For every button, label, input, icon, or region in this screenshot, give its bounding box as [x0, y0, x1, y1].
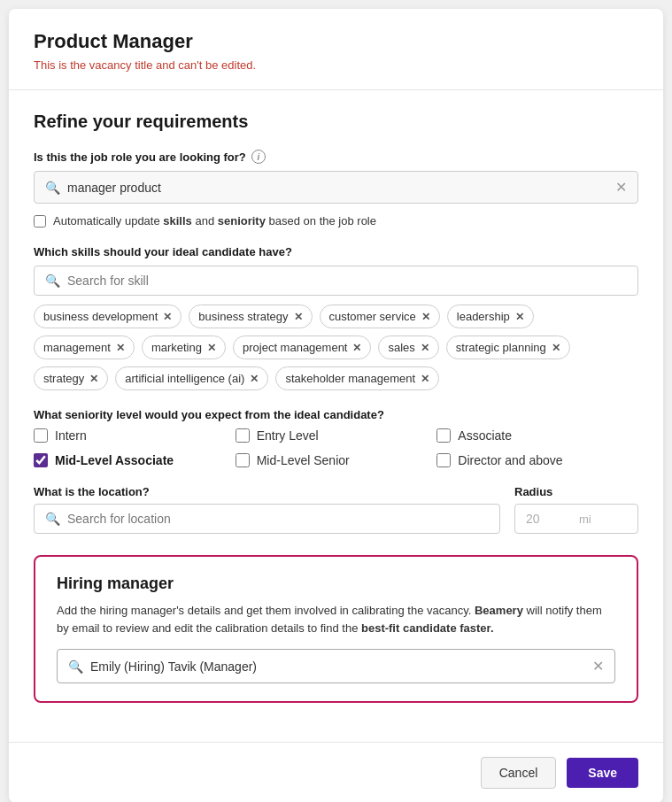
job-role-search-box[interactable]: 🔍 ✕: [34, 171, 638, 204]
skill-tag-label: sales: [388, 341, 414, 354]
job-role-search-icon: 🔍: [45, 181, 60, 195]
seniority-item: Intern: [34, 428, 236, 443]
skill-tag-remove[interactable]: ✕: [294, 311, 303, 323]
top-section: Product Manager This is the vacancy titl…: [9, 9, 663, 90]
skill-tag: stakeholder management✕: [275, 366, 439, 390]
skill-tag-remove[interactable]: ✕: [207, 342, 216, 354]
skill-tag: marketing✕: [142, 335, 226, 359]
seniority-item: Associate: [436, 428, 638, 443]
hiring-manager-section: Hiring manager Add the hiring manager's …: [34, 555, 638, 703]
location-field: What is the location? 🔍: [34, 485, 500, 534]
seniority-label-text: Intern: [55, 428, 87, 443]
seniority-item: Mid-Level Associate: [34, 453, 236, 467]
radius-unit: mi: [579, 513, 591, 526]
job-role-label: Is this the job role you are looking for…: [34, 150, 638, 164]
seniority-item: Director and above: [436, 453, 638, 467]
radius-field: Radius mi: [514, 485, 638, 534]
save-button[interactable]: Save: [567, 758, 638, 788]
skill-tag-label: strategy: [43, 372, 84, 385]
location-section: What is the location? 🔍 Radius mi: [34, 485, 638, 534]
skill-tag: strategic planning✕: [446, 335, 570, 359]
skill-tag-remove[interactable]: ✕: [515, 311, 524, 323]
hiring-clear-icon[interactable]: ✕: [592, 658, 604, 675]
skill-tag-label: business development: [43, 310, 158, 323]
skill-tag-label: customer service: [329, 310, 416, 323]
skill-tag: strategy✕: [34, 366, 108, 390]
location-search-box[interactable]: 🔍: [34, 504, 500, 534]
seniority-label-text: Associate: [458, 428, 512, 443]
seniority-checkbox[interactable]: [34, 453, 48, 467]
skill-tag: project management✕: [233, 335, 372, 359]
seniority-grid: Intern Entry Level Associate Mid-Level A…: [34, 428, 638, 467]
cancel-button[interactable]: Cancel: [481, 757, 557, 789]
seniority-checkbox[interactable]: [236, 453, 250, 467]
skill-tag-remove[interactable]: ✕: [421, 311, 430, 323]
skill-tag-remove[interactable]: ✕: [421, 342, 429, 354]
refine-title: Refine your requirements: [34, 112, 638, 132]
location-label: What is the location?: [34, 485, 500, 498]
seniority-section: What seniority level would you expect fr…: [34, 408, 638, 467]
radius-box[interactable]: mi: [514, 504, 638, 534]
skill-tag-remove[interactable]: ✕: [421, 373, 429, 385]
seniority-checkbox[interactable]: [34, 428, 48, 443]
main-section: Refine your requirements Is this the job…: [9, 90, 663, 742]
seniority-label-text: Entry Level: [257, 428, 319, 443]
seniority-item: Mid-Level Senior: [236, 453, 437, 467]
seniority-label-text: Mid-Level Senior: [257, 453, 350, 467]
job-role-input[interactable]: [67, 181, 615, 195]
skill-tag: leadership✕: [447, 305, 534, 328]
skill-search-input[interactable]: [67, 274, 627, 288]
hiring-manager-description: Add the hiring manager's details and get…: [57, 602, 615, 636]
auto-update-checkbox[interactable]: [34, 215, 46, 227]
skill-tag-label: stakeholder management: [285, 372, 415, 385]
skill-search-icon: 🔍: [45, 274, 60, 288]
seniority-item: Entry Level: [236, 428, 437, 443]
seniority-label-text: Mid-Level Associate: [55, 453, 174, 467]
skill-tag-label: business strategy: [198, 310, 288, 323]
seniority-label: What seniority level would you expect fr…: [34, 408, 638, 421]
radius-label: Radius: [514, 485, 638, 498]
radius-input[interactable]: [526, 512, 579, 526]
skill-tag-remove[interactable]: ✕: [552, 342, 560, 354]
skills-tags-container: business development✕business strategy✕c…: [34, 305, 638, 390]
skill-tag-remove[interactable]: ✕: [352, 342, 361, 354]
skill-tag-label: strategic planning: [456, 341, 546, 354]
hiring-search-icon: 🔍: [68, 659, 83, 674]
skill-tag-label: leadership: [457, 310, 510, 323]
vacancy-subtitle: This is the vacancy title and can't be e…: [34, 58, 638, 72]
auto-update-row: Automatically update skills and seniorit…: [34, 214, 638, 227]
skill-tag: business development✕: [34, 305, 182, 328]
hiring-manager-title: Hiring manager: [57, 575, 615, 593]
skill-tag-label: artificial intelligence (ai): [125, 372, 244, 385]
job-role-clear-icon[interactable]: ✕: [615, 179, 627, 196]
skill-tag: management✕: [34, 335, 135, 359]
skill-tag: sales✕: [378, 335, 438, 359]
page-wrapper: Product Manager This is the vacancy titl…: [9, 9, 663, 802]
skill-tag-remove[interactable]: ✕: [116, 342, 125, 354]
skill-tag: artificial intelligence (ai)✕: [115, 366, 268, 390]
location-search-icon: 🔍: [45, 512, 60, 526]
hiring-search-box[interactable]: 🔍 ✕: [57, 649, 615, 683]
vacancy-title: Product Manager: [34, 30, 638, 53]
seniority-label-text: Director and above: [458, 453, 562, 467]
skill-tag-label: project management: [243, 341, 348, 354]
skills-section: Which skills should your ideal candidate…: [34, 245, 638, 390]
seniority-checkbox[interactable]: [436, 453, 451, 467]
skill-tag-label: marketing: [151, 341, 202, 354]
location-input[interactable]: [67, 512, 489, 526]
skill-tag-remove[interactable]: ✕: [250, 373, 259, 385]
seniority-checkbox[interactable]: [436, 428, 451, 443]
footer-buttons: Cancel Save: [9, 742, 663, 802]
info-icon[interactable]: i: [251, 150, 266, 164]
skill-tag: customer service✕: [320, 305, 440, 328]
auto-update-label: Automatically update skills and seniorit…: [53, 214, 376, 227]
seniority-checkbox[interactable]: [236, 428, 250, 443]
skill-tag: business strategy✕: [189, 305, 312, 328]
skill-tag-label: management: [43, 341, 111, 354]
skill-search-box[interactable]: 🔍: [34, 266, 638, 296]
skill-tag-remove[interactable]: ✕: [89, 373, 98, 385]
hiring-manager-input[interactable]: [90, 659, 592, 674]
skills-label: Which skills should your ideal candidate…: [34, 245, 638, 258]
skill-tag-remove[interactable]: ✕: [163, 311, 172, 323]
